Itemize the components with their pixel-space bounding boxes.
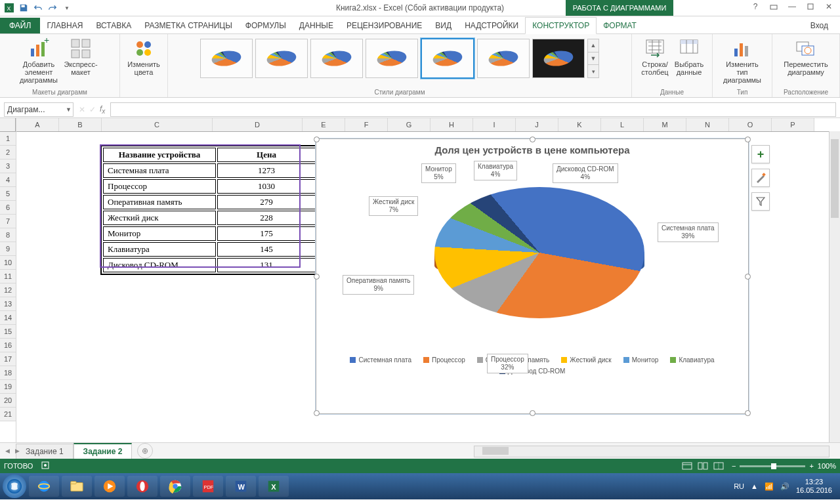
select-all-corner[interactable] (0, 118, 16, 132)
view-page-layout-icon[interactable] (696, 461, 709, 471)
vertical-scrollbar[interactable] (829, 131, 840, 442)
table-row[interactable]: Клавиатура145 (103, 242, 316, 257)
chart-style-2[interactable] (255, 39, 308, 78)
table-row[interactable]: Дисковод CD-ROM131 (103, 258, 316, 272)
row-header[interactable]: 11 (0, 270, 16, 284)
taskbar-chrome-icon[interactable] (160, 476, 190, 497)
close-icon[interactable]: ✕ (820, 0, 837, 13)
data-label[interactable]: Процессор32% (487, 354, 528, 373)
row-header[interactable]: 21 (0, 408, 16, 421)
row-header[interactable]: 20 (0, 394, 16, 408)
chart-style-5[interactable] (421, 38, 474, 79)
row-header[interactable]: 6 (0, 201, 16, 215)
row-header[interactable]: 12 (0, 284, 16, 297)
table-row[interactable]: Процессор1030 (103, 179, 316, 194)
data-label[interactable]: Оперативная память9% (343, 275, 414, 295)
tab-chart-format[interactable]: ФОРМАТ (597, 18, 643, 33)
sheet-tab-2[interactable]: Задание 2 (74, 443, 133, 459)
taskbar-excel-icon[interactable]: X (259, 476, 289, 497)
chart-style-1[interactable] (200, 39, 253, 78)
help-icon[interactable]: ? (747, 0, 764, 13)
tab-home[interactable]: ГЛАВНАЯ (40, 18, 89, 33)
table-row[interactable]: Системная плата1273 (103, 163, 316, 178)
chart-styles-button[interactable] (751, 169, 770, 187)
data-label[interactable]: Дисковод CD-ROM4% (553, 163, 618, 183)
change-chart-type-button[interactable]: Изменить тип диаграммы (723, 35, 762, 84)
column-header[interactable]: L (601, 118, 644, 131)
pie-3d[interactable] (434, 187, 644, 318)
qat-customize-icon[interactable]: ▼ (60, 1, 74, 14)
tray-language[interactable]: RU (734, 482, 744, 490)
data-label[interactable]: Монитор5% (421, 163, 456, 183)
tray-network-icon[interactable]: 📶 (765, 482, 774, 491)
ribbon-display-icon[interactable] (765, 0, 782, 13)
chart-style-6[interactable] (477, 39, 530, 78)
table-row[interactable]: Жесткий диск228 (103, 211, 316, 225)
minimize-icon[interactable]: — (784, 0, 801, 13)
row-header[interactable]: 8 (0, 228, 16, 242)
row-header[interactable]: 15 (0, 325, 16, 339)
zoom-level[interactable]: 100% (818, 462, 836, 470)
column-header[interactable]: J (516, 118, 558, 131)
view-page-break-icon[interactable] (712, 461, 725, 471)
legend-item[interactable]: Жесткий диск (561, 356, 611, 364)
select-data-button[interactable]: Выбрать данные (673, 35, 705, 76)
zoom-control[interactable]: − + 100% (732, 462, 836, 470)
tab-file[interactable]: ФАЙЛ (0, 18, 40, 33)
column-header[interactable]: H (430, 118, 473, 131)
column-header[interactable]: F (345, 118, 388, 131)
taskbar-ie-icon[interactable] (29, 476, 59, 497)
tab-addins[interactable]: НАДСТРОЙКИ (458, 18, 525, 33)
chart-style-7[interactable] (532, 39, 585, 78)
row-header[interactable]: 10 (0, 256, 16, 270)
tray-clock[interactable]: 13:2316.05.2016 (796, 478, 832, 495)
row-header[interactable]: 1 (0, 132, 16, 146)
column-header[interactable]: K (558, 118, 601, 131)
tray-flag-icon[interactable]: ▲ (751, 482, 758, 490)
cancel-formula-icon[interactable]: ✕ (79, 105, 85, 114)
row-header[interactable]: 7 (0, 215, 16, 228)
column-header[interactable]: M (644, 118, 686, 131)
new-sheet-button[interactable]: ⊕ (137, 443, 153, 459)
row-header[interactable]: 5 (0, 187, 16, 201)
change-colors-button[interactable]: Изменить цвета (124, 35, 163, 76)
sheet-nav-prev-icon[interactable]: ◀ (3, 446, 12, 456)
tab-page-layout[interactable]: РАЗМЕТКА СТРАНИЦЫ (138, 18, 239, 33)
column-header[interactable]: P (772, 118, 814, 131)
row-header[interactable]: 16 (0, 339, 16, 352)
sign-in-link[interactable]: Вход (799, 18, 840, 33)
row-header[interactable]: 2 (0, 146, 16, 159)
legend-item[interactable]: Монитор (623, 356, 659, 364)
chart-style-4[interactable] (366, 39, 418, 78)
name-box[interactable]: Диаграм...▼ (4, 102, 74, 117)
chart-elements-button[interactable]: + (751, 145, 770, 163)
chart-filters-button[interactable] (751, 192, 770, 211)
formula-input[interactable] (110, 102, 836, 117)
save-icon[interactable] (17, 1, 30, 14)
taskbar-explorer-icon[interactable] (62, 476, 92, 497)
taskbar-pdf-icon[interactable]: PDF (193, 476, 223, 497)
worksheet-grid[interactable]: 123456789101112131415161718192021 ABCDEF… (0, 118, 840, 442)
tab-chart-design[interactable]: КОНСТРУКТОР (525, 17, 597, 34)
macro-record-icon[interactable] (41, 461, 50, 471)
column-headers[interactable]: ABCDEFGHIJKLMNOP (16, 118, 840, 132)
enter-formula-icon[interactable]: ✓ (89, 105, 96, 114)
chart-legend[interactable]: Системная платаПроцессорОперативная памя… (316, 354, 748, 377)
row-header[interactable]: 13 (0, 297, 16, 311)
table-row[interactable]: Монитор175 (103, 226, 316, 241)
tab-formulas[interactable]: ФОРМУЛЫ (239, 18, 293, 33)
quick-layout-button[interactable]: Экспресс-макет (61, 35, 100, 76)
tray-volume-icon[interactable]: 🔊 (780, 482, 789, 491)
data-label[interactable]: Жесткий диск7% (369, 196, 418, 216)
column-header[interactable]: E (303, 118, 345, 131)
start-button[interactable] (3, 474, 26, 498)
data-label[interactable]: Системная плата39% (658, 222, 719, 242)
taskbar-word-icon[interactable]: W (226, 476, 256, 497)
row-header[interactable]: 19 (0, 380, 16, 394)
tab-data[interactable]: ДАННЫЕ (293, 18, 340, 33)
column-header[interactable]: B (59, 118, 102, 131)
zoom-out-icon[interactable]: − (732, 462, 736, 470)
maximize-icon[interactable] (802, 0, 819, 13)
chart-style-3[interactable] (310, 39, 363, 78)
redo-icon[interactable] (46, 1, 59, 14)
